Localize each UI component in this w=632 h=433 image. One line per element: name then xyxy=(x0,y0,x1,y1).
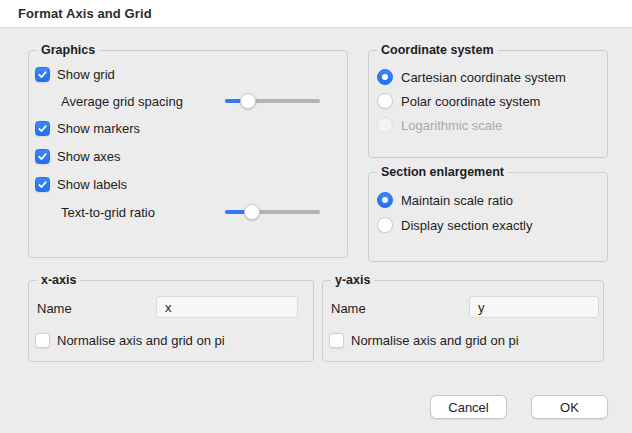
x-axis-name-row: Name xyxy=(37,299,72,317)
window-title: Format Axis and Grid xyxy=(18,6,152,21)
section-enlargement-group-title: Section enlargement xyxy=(377,164,508,181)
polar-radio-row: Polar coordinate system xyxy=(377,92,540,110)
show-grid-row: Show grid xyxy=(35,65,115,83)
display-section-radio[interactable] xyxy=(377,217,393,233)
show-axes-label: Show axes xyxy=(57,149,121,164)
show-markers-label: Show markers xyxy=(57,121,140,136)
y-axis-name-input[interactable] xyxy=(469,296,599,318)
show-labels-label: Show labels xyxy=(57,177,127,192)
x-axis-name-input[interactable] xyxy=(156,296,298,318)
x-axis-group: x-axis Name Normalise axis and grid on p… xyxy=(28,280,314,362)
show-axes-row: Show axes xyxy=(35,147,121,165)
y-axis-normalise-checkbox[interactable] xyxy=(329,333,344,348)
text-grid-ratio-label: Text-to-grid ratio xyxy=(61,205,155,220)
titlebar: Format Axis and Grid xyxy=(0,0,632,28)
graphics-group-title: Graphics xyxy=(37,42,99,59)
show-markers-row: Show markers xyxy=(35,119,140,137)
show-labels-row: Show labels xyxy=(35,175,127,193)
text-grid-ratio-slider[interactable] xyxy=(225,203,320,221)
slider-thumb[interactable] xyxy=(240,93,256,109)
show-grid-checkbox[interactable] xyxy=(35,67,50,82)
grid-spacing-slider[interactable] xyxy=(225,92,320,110)
cartesian-radio-label: Cartesian coordinate system xyxy=(401,70,566,85)
slider-thumb[interactable] xyxy=(244,204,260,220)
maintain-scale-radio-label: Maintain scale ratio xyxy=(401,193,513,208)
y-axis-group-title: y-axis xyxy=(331,272,374,289)
text-grid-ratio-row: Text-to-grid ratio xyxy=(61,203,343,221)
cartesian-radio[interactable] xyxy=(377,69,393,85)
cartesian-radio-row: Cartesian coordinate system xyxy=(377,68,566,86)
x-axis-normalise-label: Normalise axis and grid on pi xyxy=(57,333,225,348)
y-axis-name-label: Name xyxy=(331,301,366,316)
coordinate-system-group-title: Coordinate system xyxy=(377,42,498,59)
cancel-button[interactable]: Cancel xyxy=(430,395,507,419)
checkmark-icon xyxy=(37,179,48,190)
coordinate-system-group: Coordinate system Cartesian coordinate s… xyxy=(368,50,608,158)
x-axis-normalise-row: Normalise axis and grid on pi xyxy=(35,331,225,349)
checkmark-icon xyxy=(37,151,48,162)
graphics-group: Graphics Show grid Average grid spacing … xyxy=(28,50,348,258)
show-markers-checkbox[interactable] xyxy=(35,121,50,136)
show-labels-checkbox[interactable] xyxy=(35,177,50,192)
logarithmic-radio-row: Logarithmic scale xyxy=(377,116,502,134)
x-axis-group-title: x-axis xyxy=(37,272,80,289)
y-axis-group: y-axis Name Normalise axis and grid on p… xyxy=(322,280,604,362)
ok-button[interactable]: OK xyxy=(531,395,608,419)
format-axis-grid-dialog: Format Axis and Grid Graphics Show grid … xyxy=(0,0,632,433)
y-axis-normalise-row: Normalise axis and grid on pi xyxy=(329,331,519,349)
polar-radio[interactable] xyxy=(377,93,393,109)
show-axes-checkbox[interactable] xyxy=(35,149,50,164)
slider-track[interactable] xyxy=(225,210,320,214)
logarithmic-radio xyxy=(377,117,393,133)
checkmark-icon xyxy=(37,69,48,80)
grid-spacing-label: Average grid spacing xyxy=(61,94,183,109)
show-grid-label: Show grid xyxy=(57,67,115,82)
y-axis-name-row: Name xyxy=(331,299,366,317)
x-axis-name-label: Name xyxy=(37,301,72,316)
polar-radio-label: Polar coordinate system xyxy=(401,94,540,109)
display-section-radio-label: Display section exactly xyxy=(401,218,533,233)
maintain-scale-radio[interactable] xyxy=(377,192,393,208)
maintain-scale-radio-row: Maintain scale ratio xyxy=(377,191,513,209)
checkmark-icon xyxy=(37,123,48,134)
logarithmic-radio-label: Logarithmic scale xyxy=(401,118,502,133)
section-enlargement-group: Section enlargement Maintain scale ratio… xyxy=(368,172,608,262)
x-axis-normalise-checkbox[interactable] xyxy=(35,333,50,348)
display-section-radio-row: Display section exactly xyxy=(377,216,533,234)
y-axis-normalise-label: Normalise axis and grid on pi xyxy=(351,333,519,348)
grid-spacing-row: Average grid spacing xyxy=(61,92,343,110)
